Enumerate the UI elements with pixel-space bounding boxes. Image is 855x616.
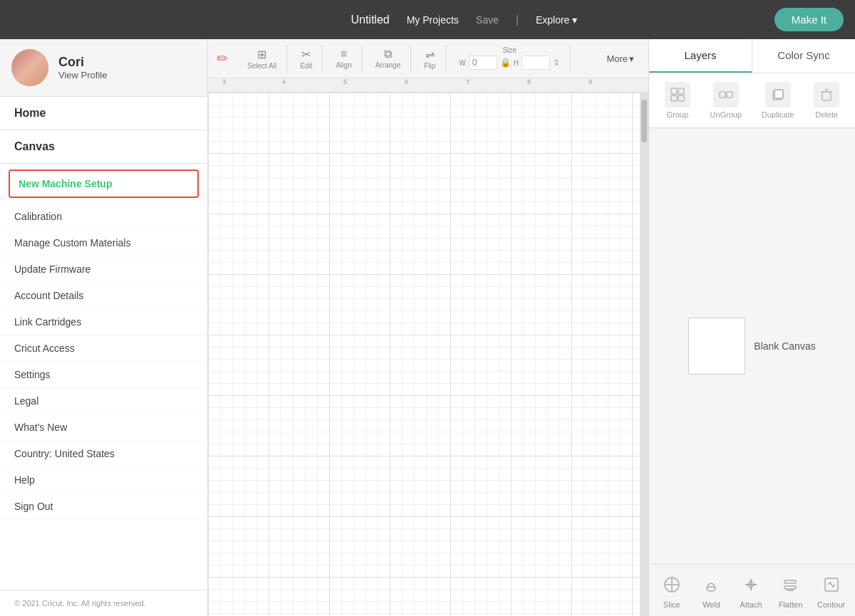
delete-label: Delete (815, 110, 838, 119)
select-all-icon: ⊞ (257, 48, 266, 61)
right-panel: Layers Color Sync Group (648, 39, 855, 616)
ruler-num-6: 6 (405, 78, 408, 85)
more-button[interactable]: More ▾ (601, 51, 640, 67)
duplicate-button[interactable]: Duplicate (762, 82, 794, 119)
header-center: Untitled My Projects Save | Explore ▾ (351, 14, 577, 26)
flip-icon: ⇌ (425, 48, 435, 61)
svg-rect-10 (822, 92, 831, 100)
svg-rect-8 (774, 90, 783, 98)
ruler-num-7: 7 (466, 78, 470, 85)
ungroup-button[interactable]: UnGroup (710, 82, 742, 119)
flip-button[interactable]: ⇌ Flip (420, 45, 440, 73)
panel-actions: Group UnGroup (649, 73, 855, 128)
toolbar-size-group: Size W 🔒 H ⇕ (449, 44, 571, 73)
delete-button[interactable]: Delete (814, 82, 839, 119)
scroll-handle[interactable] (640, 93, 648, 616)
sidebar-item-legal[interactable]: Legal (0, 388, 207, 414)
scroll-thumb[interactable] (641, 100, 647, 142)
canvas-thumbnail (688, 318, 745, 375)
svg-rect-4 (720, 92, 725, 98)
toolbar-edit-group: ✂ Edit (290, 45, 323, 73)
weld-button[interactable]: Weld (698, 572, 724, 609)
avatar (11, 49, 48, 86)
sidebar-item-cricut-access[interactable]: Cricut Access (0, 335, 207, 362)
make-it-button[interactable]: Make It (774, 8, 844, 31)
arrange-button[interactable]: ⧉ Arrange (371, 45, 405, 72)
slice-label: Slice (663, 600, 680, 609)
sidebar-item-new-machine-setup[interactable]: New Machine Setup (9, 169, 199, 198)
sidebar-item-sign-out[interactable]: Sign Out (0, 494, 207, 520)
sidebar-item-whats-new[interactable]: What's New (0, 414, 207, 441)
svg-rect-18 (784, 580, 796, 583)
sidebar-item-account-details[interactable]: Account Details (0, 283, 207, 309)
sidebar-item-calibration[interactable]: Calibration (0, 204, 207, 230)
svg-rect-1 (678, 88, 684, 94)
sidebar-item-canvas[interactable]: Canvas (0, 130, 207, 164)
chevron-down-icon: ▾ (572, 14, 577, 26)
flatten-icon (777, 572, 803, 597)
size-button: Size W 🔒 H ⇕ (455, 44, 564, 73)
ungroup-icon (713, 82, 739, 108)
header-divider: | (516, 14, 519, 26)
sidebar-item-home[interactable]: Home (0, 97, 207, 130)
save-button[interactable]: Save (476, 14, 499, 26)
lock-icon: 🔒 (500, 58, 511, 68)
canvas-thumbnail-wrapper: Blank Canvas (688, 318, 815, 375)
canvas-content[interactable] (208, 93, 648, 616)
ungroup-label: UnGroup (710, 110, 742, 119)
arrange-icon: ⧉ (384, 48, 392, 61)
edit-button[interactable]: ✂ Edit (296, 45, 316, 73)
sidebar: Cori View Profile Home Canvas New Machin… (0, 39, 208, 616)
group-button[interactable]: Group (665, 82, 690, 119)
sidebar-item-manage-custom-materials[interactable]: Manage Custom Materials (0, 230, 207, 256)
attach-button[interactable]: Attach (738, 572, 764, 609)
slice-button[interactable]: Slice (659, 572, 685, 609)
my-projects-button[interactable]: My Projects (407, 14, 459, 26)
view-profile-link[interactable]: View Profile (58, 70, 107, 80)
toolbar-arrange-group: ⧉ Arrange (366, 45, 412, 72)
attach-icon (738, 572, 764, 597)
contour-button[interactable]: Contour (817, 572, 845, 609)
sidebar-item-update-firmware[interactable]: Update Firmware (0, 256, 207, 283)
weld-label: Weld (703, 600, 720, 609)
flatten-button[interactable]: Flatten (777, 572, 803, 609)
sidebar-item-country[interactable]: Country: United States (0, 441, 207, 467)
ruler-num-8: 8 (527, 78, 531, 85)
size-fields: W 🔒 H ⇕ (459, 56, 560, 70)
sidebar-item-link-cartridges[interactable]: Link Cartridges (0, 309, 207, 335)
toolbar-flip-group: ⇌ Flip (414, 45, 446, 73)
sidebar-item-help[interactable]: Help (0, 467, 207, 494)
flatten-label: Flatten (779, 600, 803, 609)
ruler-num-4: 4 (282, 78, 286, 85)
canvas-label: Blank Canvas (754, 340, 815, 352)
group-label: Group (667, 110, 689, 119)
pencil-icon[interactable]: ✏ (217, 50, 229, 67)
select-all-button[interactable]: ⊞ Select All (243, 45, 281, 73)
sidebar-item-settings[interactable]: Settings (0, 362, 207, 388)
svg-rect-5 (727, 92, 732, 98)
toolbar-select-all-group: ⊞ Select All (237, 45, 287, 73)
align-button[interactable]: ≡ Align (331, 45, 356, 72)
height-arrows-icon: ⇕ (553, 58, 560, 68)
canvas-area: ✏ ⊞ Select All ✂ Edit ≡ Align (208, 39, 648, 616)
group-icon (665, 82, 690, 108)
tab-color-sync[interactable]: Color Sync (752, 39, 855, 73)
edit-icon: ✂ (301, 48, 311, 61)
sidebar-nav: Home Canvas New Machine Setup Calibratio… (0, 97, 207, 590)
sidebar-footer: © 2021 Cricut, Inc. All rights reserved. (0, 590, 207, 616)
delete-icon (814, 82, 839, 108)
weld-icon (698, 572, 724, 597)
duplicate-icon (765, 82, 791, 108)
profile-info: Cori View Profile (58, 55, 107, 80)
explore-button[interactable]: Explore ▾ (536, 14, 577, 26)
duplicate-label: Duplicate (762, 110, 794, 119)
app-title: Untitled (351, 14, 389, 26)
contour-label: Contour (817, 600, 845, 609)
header: Untitled My Projects Save | Explore ▾ Ma… (0, 0, 855, 39)
tab-layers[interactable]: Layers (649, 39, 752, 73)
w-label: W (459, 59, 465, 67)
main-layout: Cori View Profile Home Canvas New Machin… (0, 39, 855, 616)
height-input[interactable] (522, 56, 550, 70)
grid-background (208, 93, 648, 616)
width-input[interactable] (469, 56, 497, 70)
